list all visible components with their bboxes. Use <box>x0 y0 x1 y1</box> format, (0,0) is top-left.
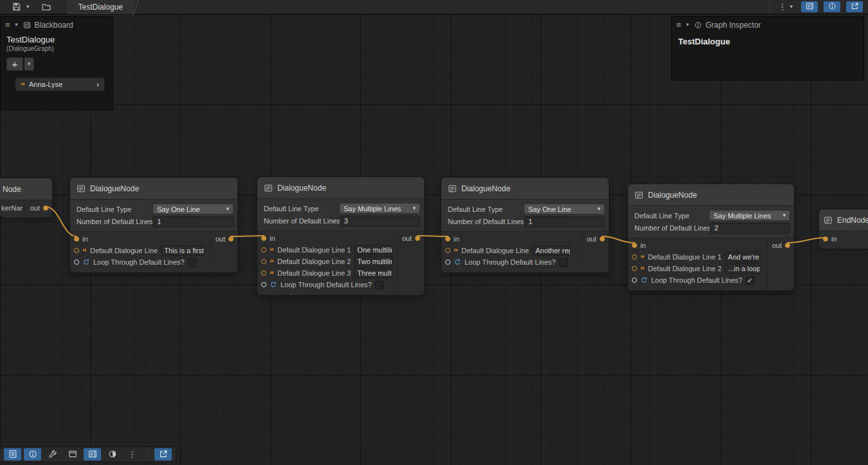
blackboard-panel[interactable]: ≡ ▼ Blackboard TestDialogue (DialogueGra… <box>0 16 113 110</box>
line-port[interactable] <box>74 248 79 253</box>
hamburger-icon[interactable]: ≡ <box>676 20 681 30</box>
kebab-menu-button[interactable]: ⋮ <box>124 448 141 460</box>
in-port[interactable] <box>632 243 637 248</box>
out-port[interactable] <box>415 236 420 241</box>
line-text-field[interactable]: One multiline <box>354 245 392 255</box>
in-port-label: in <box>831 235 837 243</box>
toggle-blackboard-button[interactable] <box>4 448 21 460</box>
window-icon <box>68 450 77 460</box>
graph-inspector-panel[interactable]: ≡ ▼ Graph Inspector TestDialogue <box>671 16 864 81</box>
line-text-field[interactable]: ...in a loop <box>725 263 761 274</box>
toggle-blackboard-button[interactable] <box>801 1 818 12</box>
line-text-field[interactable]: Three multili <box>354 268 392 278</box>
out-port[interactable] <box>228 236 234 242</box>
out-port[interactable] <box>43 205 48 211</box>
chevron-down-icon[interactable]: ▼ <box>685 22 690 28</box>
prop-label: Number of Default Lines <box>261 217 340 225</box>
port-label: kerName <box>1 204 23 212</box>
kebab-menu-button[interactable]: ⋮ ▾ <box>775 1 795 14</box>
line-port[interactable] <box>261 259 266 264</box>
node-title-bar[interactable]: DialogueNode <box>628 184 794 206</box>
toolbar-separator <box>770 3 770 12</box>
loop-port[interactable] <box>445 260 450 265</box>
line-count-field[interactable]: 1 <box>524 216 605 227</box>
info-icon <box>694 21 702 29</box>
port-label: Default Dialogue Line <box>90 247 158 254</box>
port-label: Default Dialogue Line 1 <box>648 253 721 261</box>
node-title-bar[interactable]: EndNode <box>819 209 868 231</box>
line-text-field[interactable]: And we're... <box>725 252 761 262</box>
edge[interactable] <box>418 236 448 236</box>
in-port-label: in <box>270 234 275 242</box>
chevron-left-icon[interactable]: ‹ <box>97 81 99 88</box>
blackboard-field[interactable]: “ Anna-Lyse ‹ <box>15 77 105 91</box>
line-count-field[interactable]: 3 <box>340 216 420 227</box>
line-count-field[interactable]: 1 <box>152 216 234 227</box>
dialogue-node-4[interactable]: DialogueNode Default Line Type Say Multi… <box>627 184 795 291</box>
line-port[interactable] <box>445 248 450 253</box>
dialogue-node-2[interactable]: DialogueNode Default Line Type Say Multi… <box>257 176 425 296</box>
line-text-field[interactable]: This is a first <box>161 245 205 256</box>
loop-port[interactable] <box>632 278 637 283</box>
dialogue-node-1[interactable]: DialogueNode Default Line Type Say One L… <box>69 177 238 273</box>
inspector-header[interactable]: ≡ ▼ Graph Inspector <box>672 17 863 33</box>
end-node[interactable]: EndNode in <box>818 209 868 247</box>
open-window-button[interactable] <box>154 448 172 460</box>
line-port[interactable] <box>632 254 637 260</box>
end-node-icon <box>824 216 833 225</box>
toggle-inspector-button[interactable] <box>824 1 840 12</box>
loop-port[interactable] <box>261 282 266 287</box>
edge[interactable] <box>231 236 264 236</box>
out-port-label: out <box>587 235 596 243</box>
blackboard-header[interactable]: ≡ ▼ Blackboard <box>1 17 113 33</box>
save-button[interactable] <box>9 1 24 14</box>
line-type-dropdown[interactable]: Say Multiple Lines ▾ <box>339 203 420 214</box>
loop-port[interactable] <box>74 260 79 265</box>
speaker-node-partial[interactable]: Node kerName out <box>0 178 53 216</box>
node-title-bar[interactable]: Node <box>0 178 52 200</box>
in-port[interactable] <box>823 236 828 242</box>
add-field-button[interactable]: + <box>6 57 23 71</box>
port-label: Default Dialogue Line <box>461 247 529 254</box>
loop-checkbox[interactable] <box>559 258 568 267</box>
tools-button[interactable] <box>44 448 61 460</box>
save-dropdown-button[interactable]: ▾ <box>24 1 32 14</box>
graph-tab[interactable]: TestDialogue <box>67 0 134 14</box>
toggle-inspector-button[interactable] <box>24 448 41 460</box>
node-title-bar[interactable]: DialogueNode <box>257 177 424 199</box>
toolbar-separator <box>147 450 148 459</box>
dialogue-node-3[interactable]: DialogueNode Default Line Type Say One L… <box>441 177 609 273</box>
line-port[interactable] <box>261 270 266 276</box>
line-text-field[interactable]: Two multiline <box>354 256 392 267</box>
preview-button[interactable] <box>104 448 121 460</box>
prop-label: Number of Default Lines <box>445 218 524 225</box>
line-port[interactable] <box>632 266 637 271</box>
in-port[interactable] <box>261 236 266 241</box>
window-button[interactable] <box>64 448 81 460</box>
node-title-bar[interactable]: DialogueNode <box>70 178 237 200</box>
loop-checkbox[interactable] <box>188 258 196 267</box>
field-name: Anna-Lyse <box>29 81 93 88</box>
add-field-dropdown-button[interactable]: ▾ <box>24 57 34 71</box>
line-type-dropdown[interactable]: Say One Line ▾ <box>152 204 234 214</box>
line-type-dropdown[interactable]: Say Multiple Lines ▾ <box>709 210 790 221</box>
loop-checkbox[interactable] <box>375 281 383 289</box>
line-count-field[interactable]: 2 <box>710 223 790 234</box>
external-link-icon <box>851 2 859 12</box>
line-port[interactable] <box>261 247 266 252</box>
line-text-field[interactable]: Another regu <box>532 245 571 256</box>
loop-checkbox[interactable]: ✓ <box>746 276 754 285</box>
hamburger-icon[interactable]: ≡ <box>5 20 10 30</box>
chevron-down-icon[interactable]: ▼ <box>14 22 19 28</box>
line-type-dropdown[interactable]: Say One Line ▾ <box>524 204 605 214</box>
out-port-label: out <box>402 234 412 242</box>
open-folder-button[interactable] <box>39 1 54 14</box>
dropdown-arrow-icon: ▾ <box>597 206 600 212</box>
out-port[interactable] <box>785 243 790 248</box>
open-window-button[interactable] <box>846 1 863 12</box>
out-port[interactable] <box>600 236 605 242</box>
in-port[interactable] <box>74 236 79 242</box>
toggle-board-button[interactable] <box>84 448 101 460</box>
node-title-bar[interactable]: DialogueNode <box>441 178 609 200</box>
in-port[interactable] <box>445 236 450 242</box>
